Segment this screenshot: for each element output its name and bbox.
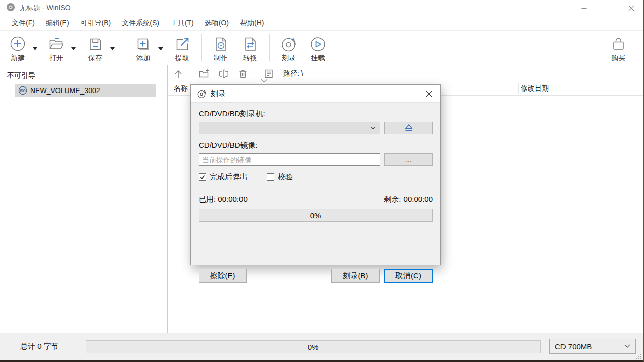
verify-label: 校验 — [278, 172, 293, 182]
tree-root-label[interactable]: 不可引导 — [0, 69, 167, 84]
options-row: 完成后弹出 校验 — [199, 172, 433, 182]
path-label: 路径: \ — [283, 69, 303, 78]
convert-label: 转换 — [243, 54, 257, 63]
cancel-button[interactable]: 取消(C) — [384, 269, 433, 283]
buy-button[interactable]: 购买 — [604, 33, 633, 63]
eject-after-label: 完成后弹出 — [210, 172, 248, 182]
cancel-label: 取消(C) — [395, 271, 421, 281]
save-icon — [86, 36, 104, 53]
add-button[interactable]: 添加 — [129, 33, 158, 63]
save-label: 保存 — [88, 54, 102, 63]
media-size-value: CD 700MB — [555, 342, 592, 351]
chevron-down-icon — [370, 126, 376, 130]
burn-button[interactable]: 刻录 — [274, 33, 303, 63]
extract-label: 提取 — [175, 54, 189, 63]
media-size-select[interactable]: CD 700MB — [549, 339, 636, 354]
open-label: 打开 — [49, 54, 63, 63]
close-button[interactable] — [619, 0, 643, 16]
minimize-icon — [581, 6, 587, 11]
statusbar: 总计 0 字节 0% CD 700MB — [0, 333, 643, 360]
toolbar-separator — [269, 34, 270, 61]
menu-bootable[interactable]: 可引导(B) — [75, 17, 117, 30]
close-icon — [628, 5, 634, 11]
window-controls — [572, 0, 643, 16]
verify-checkbox[interactable]: 校验 — [267, 172, 293, 182]
extract-icon — [173, 36, 191, 53]
mount-label: 挂载 — [311, 54, 325, 63]
convert-button[interactable]: 转换 — [235, 33, 265, 63]
new-button[interactable]: 新建 — [3, 33, 32, 63]
mount-button[interactable]: 挂载 — [303, 33, 333, 63]
save-dropdown-icon[interactable] — [110, 47, 115, 50]
mount-icon — [309, 36, 327, 53]
close-icon — [426, 90, 432, 97]
new-folder-icon[interactable] — [198, 68, 210, 79]
burn-progress-text: 0% — [310, 211, 321, 220]
window-title: 无标题 - WinISO — [19, 4, 71, 13]
up-directory-icon[interactable] — [173, 68, 184, 79]
maximize-button[interactable] — [596, 0, 619, 16]
file-toolbar-separator — [191, 69, 191, 79]
column-date-modified[interactable]: 修改日期 — [521, 84, 549, 93]
dialog-buttons-row: 擦除(E) 刻录(B) 取消(C) — [199, 269, 433, 283]
volume-name: NEW_VOLUME_3002 — [30, 86, 100, 95]
properties-list-icon[interactable] — [263, 68, 274, 79]
toolbar-separator — [201, 34, 202, 61]
file-toolbar: 路径: \ — [168, 65, 643, 82]
erase-label: 擦除(E) — [210, 271, 235, 281]
menu-tools[interactable]: 工具(T) — [165, 17, 199, 30]
open-button[interactable]: 打开 — [42, 33, 71, 63]
make-button[interactable]: 制作 — [206, 33, 235, 63]
buy-label: 购买 — [611, 54, 625, 63]
add-dropdown-icon[interactable] — [158, 47, 163, 50]
status-progress-bar: 0% — [86, 340, 541, 353]
checkbox-unchecked-icon — [267, 173, 274, 181]
sort-chevron-icon — [261, 79, 268, 83]
burn-icon — [280, 36, 298, 53]
open-dropdown-icon[interactable] — [71, 47, 76, 50]
tree-panel: 不可引导 ISO NEW_VOLUME_3002 — [0, 65, 168, 333]
burn-label: 刻录 — [282, 54, 296, 63]
burn-confirm-label: 刻录(B) — [343, 271, 368, 281]
titlebar: 无标题 - WinISO — [0, 0, 643, 16]
browse-button[interactable]: ... — [384, 153, 433, 166]
maximize-icon — [605, 6, 610, 11]
make-label: 制作 — [214, 54, 228, 63]
menu-options[interactable]: 选项(O) — [199, 17, 234, 30]
erase-button[interactable]: 擦除(E) — [199, 269, 247, 283]
eject-after-checkbox[interactable]: 完成后弹出 — [199, 172, 248, 182]
status-progress-text: 0% — [308, 343, 319, 351]
dialog-close-button[interactable] — [417, 85, 440, 103]
svg-text:ISO: ISO — [20, 89, 25, 93]
writer-combobox[interactable] — [199, 122, 380, 134]
file-toolbar-separator — [256, 69, 256, 79]
tree-item-volume[interactable]: ISO NEW_VOLUME_3002 — [15, 84, 156, 97]
burn-confirm-button[interactable]: 刻录(B) — [331, 269, 380, 283]
column-name[interactable]: 名称 — [168, 84, 188, 93]
add-icon — [134, 36, 152, 53]
extract-button[interactable]: 提取 — [168, 33, 197, 63]
writer-label: CD/DVD/BD刻录机: — [199, 109, 433, 119]
burn-dialog-icon — [197, 88, 207, 99]
menu-help[interactable]: 帮助(H) — [234, 17, 269, 30]
eject-button[interactable] — [384, 122, 433, 134]
new-dropdown-icon[interactable] — [33, 47, 37, 50]
menubar: 文件(F) 编辑(E) 可引导(B) 文件系统(S) 工具(T) 选项(O) 帮… — [0, 16, 643, 30]
resize-grip[interactable] — [635, 353, 642, 359]
menu-file[interactable]: 文件(F) — [6, 17, 40, 30]
column-divider[interactable] — [518, 83, 519, 94]
menu-filesystem[interactable]: 文件系统(S) — [116, 17, 165, 30]
delete-icon[interactable] — [237, 68, 249, 79]
column-divider[interactable] — [637, 83, 637, 94]
eject-icon — [403, 124, 415, 132]
rename-icon[interactable] — [218, 68, 229, 79]
menu-edit[interactable]: 编辑(E) — [40, 17, 75, 30]
convert-icon — [241, 36, 259, 53]
app-window: 无标题 - WinISO 文件(F) 编辑(E) 可引导(B) 文件系统(S) … — [0, 0, 644, 362]
time-row: 已用: 00:00:00 剩余: 00:00:00 — [199, 195, 433, 204]
iso-icon: ISO — [18, 86, 27, 95]
save-button[interactable]: 保存 — [80, 33, 110, 63]
dialog-titlebar: 刻录 — [191, 85, 440, 103]
minimize-button[interactable] — [572, 0, 596, 16]
image-path-input[interactable] — [199, 153, 380, 166]
